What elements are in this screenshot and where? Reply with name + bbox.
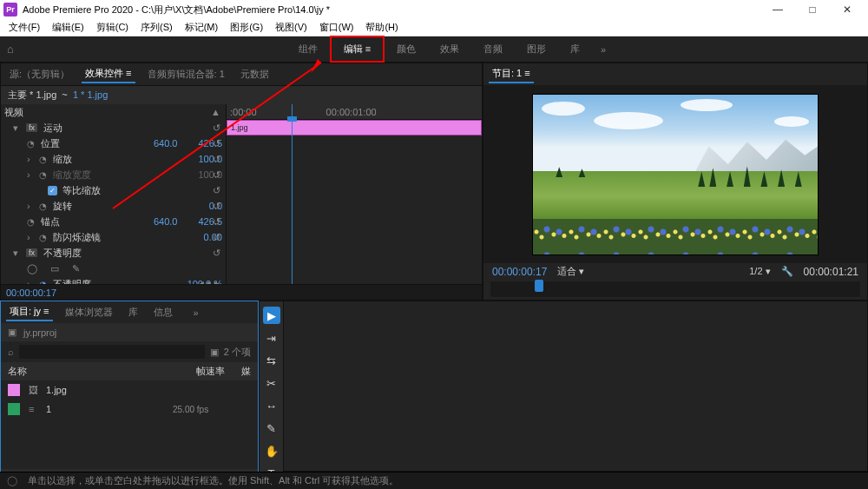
workspace-tab-effects[interactable]: 效果 [428, 37, 471, 61]
program-scrubber[interactable] [490, 281, 860, 297]
workspace-tab-editing[interactable]: 编辑 ≡ [330, 36, 385, 63]
rect-mask-icon[interactable]: ▭ [50, 263, 59, 274]
program-timecode-right: 00:00:01:21 [804, 266, 858, 278]
workspace-overflow-icon[interactable]: » [601, 44, 606, 55]
menu-clip[interactable]: 剪辑(C) [93, 21, 132, 34]
tab-project[interactable]: 项目: jy ≡ [6, 303, 53, 321]
fx-icon[interactable]: fx [25, 248, 38, 258]
home-icon[interactable]: ⌂ [7, 43, 14, 56]
effect-timeline[interactable]: :00:0000:00:01:00 1.jpg [227, 104, 482, 284]
program-scrubber-handle[interactable] [535, 280, 543, 292]
effect-controls-panel: 源:（无剪辑） 效果控件 ≡ 音频剪辑混合器: 1 元数据 主要 * 1.jpg… [0, 63, 483, 301]
tab-media-browser[interactable]: 媒体浏览器 [62, 304, 116, 320]
track-select-tool[interactable]: ⇥ [263, 329, 280, 347]
anchor-x[interactable]: 640.0 [154, 216, 178, 227]
stopwatch-icon[interactable]: ◔ [27, 217, 36, 227]
reset-icon[interactable]: ↺ [213, 201, 220, 212]
tab-source[interactable]: 源:（无剪辑） [6, 66, 73, 83]
effect-timecode[interactable]: 00:00:00:17 [6, 287, 56, 298]
workspace-tab-graphics[interactable]: 图形 [515, 37, 558, 61]
menu-edit[interactable]: 编辑(E) [49, 21, 88, 34]
razor-tool[interactable]: ✂ [263, 374, 280, 392]
window-title: Adobe Premiere Pro 2020 - C:\用户\X\文档\Ado… [23, 3, 760, 17]
reset-icon[interactable]: ↺ [213, 138, 220, 149]
stopwatch-icon[interactable]: ◔ [39, 155, 48, 164]
uniform-scale-checkbox[interactable]: ✓ [48, 186, 57, 195]
tab-program[interactable]: 节目: 1 ≡ [489, 65, 534, 83]
program-video-area[interactable] [483, 85, 867, 263]
workspace-tab-assembly[interactable]: 组件 [286, 37, 330, 61]
stopwatch-icon[interactable]: ◔ [39, 233, 48, 242]
reset-icon[interactable]: ↺ [213, 185, 220, 196]
tab-audio-clip-mixer[interactable]: 音频剪辑混合器: 1 [144, 66, 228, 83]
stopwatch-icon[interactable]: ◔ [27, 139, 36, 149]
workspace-tab-library[interactable]: 库 [558, 37, 592, 61]
program-timecode-left[interactable]: 00:00:00:17 [492, 266, 547, 278]
reset-icon[interactable]: ↺ [213, 248, 220, 259]
hand-tool[interactable]: ✋ [263, 442, 280, 459]
menu-view[interactable]: 视图(V) [272, 21, 311, 34]
search-input[interactable] [19, 345, 205, 359]
workspace-tab-audio[interactable]: 音频 [471, 37, 515, 61]
caret-icon[interactable]: ▾ [13, 122, 20, 134]
tab-metadata[interactable]: 元数据 [237, 66, 273, 83]
section-toggle-icon[interactable]: ▲ [211, 107, 220, 117]
menu-help[interactable]: 帮助(H) [362, 21, 401, 34]
close-button[interactable]: ✕ [830, 3, 865, 16]
program-video-frame [532, 94, 819, 255]
menu-sequence[interactable]: 序列(S) [137, 21, 176, 34]
workspace-tab-color[interactable]: 颜色 [385, 37, 428, 61]
prop-anchor: 锚点 [41, 215, 60, 228]
reset-icon[interactable]: ↺ [213, 122, 220, 134]
menu-mark[interactable]: 标记(M) [181, 21, 222, 34]
pen-mask-icon[interactable]: ✎ [72, 263, 80, 274]
menu-window[interactable]: 窗口(W) [316, 21, 358, 34]
fx-icon[interactable]: fx [25, 122, 38, 133]
status-bar: ◯ 单击以选择，或单击空白处并拖动以进行框选。使用 Shift、Alt 和 Ct… [0, 472, 868, 489]
program-fit-select[interactable]: 适合 ▾ [557, 265, 584, 278]
bin-icon[interactable]: ▣ [8, 327, 16, 338]
col-media[interactable]: 媒 [241, 365, 251, 378]
reset-icon[interactable]: ↺ [213, 232, 220, 243]
maximize-button[interactable]: □ [795, 3, 830, 16]
status-text: 单击以选择，或单击空白处并拖动以进行框选。使用 Shift、Alt 和 Ctrl… [28, 474, 398, 487]
panel-overflow-icon[interactable]: » [194, 307, 199, 318]
program-zoom-select[interactable]: 1/2 ▾ [749, 266, 770, 277]
position-x[interactable]: 640.0 [154, 138, 178, 149]
stopwatch-icon[interactable]: ◔ [39, 202, 48, 211]
stopwatch-icon[interactable]: ◔ [39, 280, 48, 285]
wrench-icon[interactable]: 🔧 [781, 266, 793, 277]
menu-graphics[interactable]: 图形(G) [227, 21, 266, 34]
selection-tool[interactable]: ▶ [263, 307, 280, 324]
ripple-edit-tool[interactable]: ⇆ [263, 352, 280, 369]
prop-opacity: 不透明度 [53, 278, 91, 285]
tab-effect-controls[interactable]: 效果控件 ≡ [82, 65, 135, 83]
tab-info[interactable]: 信息 [150, 304, 176, 320]
reset-icon[interactable]: ↺ [213, 216, 220, 228]
project-path: jy.prproj [23, 327, 56, 338]
program-monitor-panel: 节目: 1 ≡ 00:00:00:17 适合 ▾ [483, 63, 868, 301]
menu-bar[interactable]: 文件(F) 编辑(E) 剪辑(C) 序列(S) 标记(M) 图形(G) 视图(V… [0, 19, 868, 36]
project-item[interactable]: 🖼 1.jpg [1, 380, 258, 400]
minimize-button[interactable]: — [760, 3, 795, 16]
project-item[interactable]: ≡ 1 25.00 fps [1, 400, 258, 419]
effect-clip-link[interactable]: 1 * 1.jpg [73, 89, 108, 100]
slip-tool[interactable]: ↔ [263, 397, 280, 414]
filter-icon[interactable]: ▣ [210, 347, 219, 358]
tab-libraries[interactable]: 库 [125, 304, 141, 320]
prop-motion: 运动 [43, 122, 62, 135]
pen-tool[interactable]: ✎ [263, 420, 280, 437]
effect-playhead[interactable] [292, 104, 293, 284]
workspace-tabs: 组件 编辑 ≡ 颜色 效果 音频 图形 库 » [286, 36, 607, 63]
col-fps[interactable]: 帧速率 [147, 365, 225, 378]
col-name[interactable]: 名称 [8, 365, 147, 378]
caret-icon[interactable]: ▾ [13, 248, 20, 259]
project-item-fps: 25.00 fps [173, 405, 251, 414]
uniform-scale-label: 等比缩放 [62, 184, 101, 197]
prop-scale: 缩放 [53, 153, 72, 166]
menu-file[interactable]: 文件(F) [5, 21, 43, 34]
ellipse-mask-icon[interactable]: ◯ [27, 263, 37, 274]
reset-icon[interactable]: ↺ [213, 154, 220, 165]
project-item-name: 1.jpg [46, 385, 173, 395]
search-icon: ⌕ [8, 347, 14, 357]
